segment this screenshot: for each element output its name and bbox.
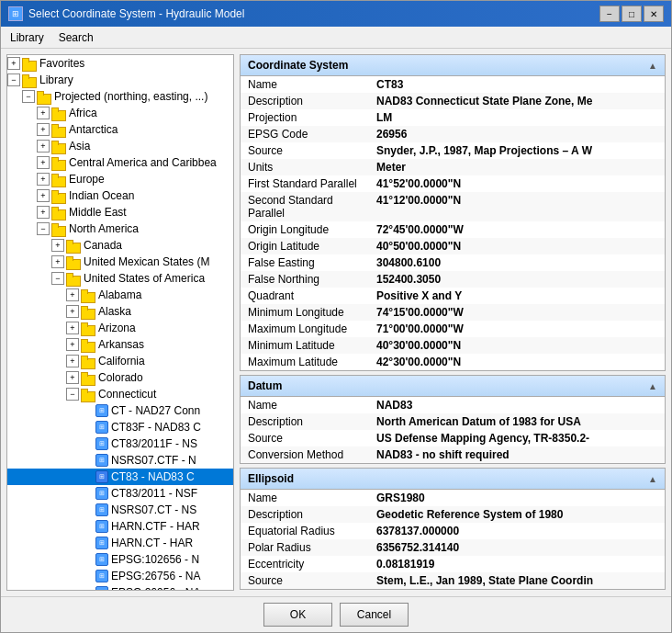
maximize-button[interactable]: □ (622, 6, 642, 22)
expand-btn-africa[interactable]: + (37, 107, 50, 119)
tree-item-nsrs07_ctf[interactable]: ⊞NSRS07.CTF - N (7, 452, 233, 469)
tree-item-centralamerica[interactable]: +Central America and Caribbea (7, 154, 233, 171)
tree-item-antarctica[interactable]: +Antarctica (7, 121, 233, 138)
expand-btn-alaska[interactable]: + (66, 305, 79, 318)
tree-item-nsrs07_ct[interactable]: ⊞NSRS07.CT - NS (7, 502, 233, 518)
tree-label: Middle East (69, 206, 127, 219)
expand-btn-northamerica[interactable]: − (37, 222, 50, 235)
expand-btn-california[interactable]: + (66, 355, 79, 367)
expand-btn-connecticut[interactable]: − (66, 388, 79, 401)
expand-btn-projected[interactable]: − (22, 90, 35, 103)
field-value: 42°30'00.0000"N (369, 354, 665, 370)
window-controls: − □ ✕ (599, 6, 664, 22)
coordinate-system-header: Coordinate System ▲ (241, 55, 665, 76)
tree-item-northamerica[interactable]: −North America (7, 220, 233, 237)
ok-button[interactable]: OK (263, 603, 332, 627)
tree-item-arizona[interactable]: +Arizona (7, 320, 233, 336)
tree-item-epsg26756[interactable]: ⊞EPSG:26756 - NA (7, 568, 233, 584)
field-value: 6378137.000000 (369, 523, 665, 539)
tree-item-favorites[interactable]: +Favorites (7, 55, 233, 72)
table-row: UnitsMeter (241, 159, 665, 175)
expand-btn-asia[interactable]: + (37, 140, 50, 153)
folder-icon (81, 356, 95, 367)
tree-item-projected[interactable]: −Projected (northing, easting, ...) (7, 88, 233, 105)
tree-item-middleeast[interactable]: +Middle East (7, 204, 233, 220)
tree-label: EPSG:26956 - NA (111, 586, 200, 591)
expand-btn-indianocean[interactable]: + (37, 189, 50, 202)
field-value: 6356752.314140 (369, 539, 665, 556)
datum-collapse[interactable]: ▲ (648, 381, 657, 391)
tree-item-indianocean[interactable]: +Indian Ocean (7, 187, 233, 204)
tree-panel[interactable]: +Favorites−Library−Projected (northing, … (6, 54, 234, 591)
window-icon: ⊞ (8, 6, 23, 21)
tree-item-alabama[interactable]: +Alabama (7, 287, 233, 303)
tree-item-colorado[interactable]: +Colorado (7, 369, 233, 386)
tree-item-alaska[interactable]: +Alaska (7, 303, 233, 320)
expand-btn-arkansas[interactable]: + (66, 338, 79, 351)
tree-item-ct83_2011f[interactable]: ⊞CT83/2011F - NS (7, 435, 233, 452)
tree-item-california[interactable]: +California (7, 353, 233, 369)
tree-item-mexicanstates[interactable]: +United Mexican States (M (7, 254, 233, 270)
ellipsoid-collapse[interactable]: ▲ (648, 474, 657, 484)
tree-item-usa[interactable]: −United States of America (7, 270, 233, 287)
tree-item-ct_nad27[interactable]: ⊞CT - NAD27 Conn (7, 402, 233, 419)
doc-icon: ⊞ (95, 487, 108, 500)
field-label: Minimum Latitude (241, 337, 369, 354)
tree-item-arkansas[interactable]: +Arkansas (7, 336, 233, 353)
table-row: NameGRS1980 (241, 490, 665, 506)
cancel-button[interactable]: Cancel (340, 603, 409, 627)
coordinate-system-collapse[interactable]: ▲ (648, 61, 657, 71)
expand-btn-mexicanstates[interactable]: + (51, 255, 64, 268)
minimize-button[interactable]: − (599, 6, 620, 22)
expand-btn-arizona[interactable]: + (66, 322, 79, 334)
field-value: 40°50'00.0000"N (369, 238, 665, 254)
expand-btn-usa[interactable]: − (51, 272, 64, 285)
expand-btn-favorites[interactable]: + (7, 57, 20, 70)
folder-icon (81, 372, 95, 384)
tree-item-ct83f_nad83[interactable]: ⊞CT83F - NAD83 C (7, 419, 233, 435)
main-window: ⊞ Select Coordinate System - Hydraulic M… (0, 0, 672, 633)
field-label: Name (241, 397, 369, 413)
expand-btn-canada[interactable]: + (51, 239, 64, 252)
field-value: 41°52'00.0000"N (369, 175, 665, 192)
tree-item-connecticut[interactable]: −Connecticut (7, 386, 233, 402)
tree-label: Colorado (98, 371, 143, 384)
tree-item-ct83_2011[interactable]: ⊞CT83/2011 - NSF (7, 485, 233, 502)
coordinate-system-section: Coordinate System ▲ NameCT83DescriptionN… (240, 54, 666, 371)
expand-btn-antarctica[interactable]: + (37, 123, 50, 136)
tree-item-epsg26956[interactable]: ⊞EPSG:26956 - NA (7, 584, 233, 591)
close-button[interactable]: ✕ (644, 6, 664, 22)
ellipsoid-section: Ellipsoid ▲ NameGRS1980DescriptionGeodet… (240, 468, 666, 590)
expand-btn-centralamerica[interactable]: + (37, 156, 50, 169)
expand-btn-middleeast[interactable]: + (37, 206, 50, 219)
window-title: Select Coordinate System - Hydraulic Mod… (28, 7, 244, 20)
bottom-bar: OK Cancel (1, 596, 671, 632)
expand-btn-library[interactable]: − (7, 73, 20, 86)
tree-item-ct83_nad83[interactable]: ⊞CT83 - NAD83 C (7, 469, 233, 485)
tree-item-africa[interactable]: +Africa (7, 105, 233, 121)
tree-label: Alaska (98, 305, 131, 318)
tree-item-canada[interactable]: +Canada (7, 237, 233, 254)
table-row: NameNAD83 (241, 397, 665, 413)
table-row: Maximum Longitude71°00'00.0000"W (241, 321, 665, 337)
tree-item-epsg102656[interactable]: ⊞EPSG:102656 - N (7, 551, 233, 568)
expand-btn-europe[interactable]: + (37, 173, 50, 186)
table-row: SourceSnyder, J.P., 1987, Map Projection… (241, 142, 665, 159)
tree-item-asia[interactable]: +Asia (7, 138, 233, 154)
tree-label: CT83/2011F - NS (111, 437, 197, 450)
menu-search[interactable]: Search (53, 29, 99, 46)
expand-btn-colorado[interactable]: + (66, 371, 79, 384)
tree-label: Connecticut (98, 388, 156, 401)
tree-item-harn_ctf[interactable]: ⊞HARN.CTF - HAR (7, 518, 233, 535)
menu-library[interactable]: Library (5, 29, 50, 46)
tree-item-europe[interactable]: +Europe (7, 171, 233, 187)
datum-header: Datum ▲ (241, 376, 665, 397)
expand-btn-alabama[interactable]: + (66, 288, 79, 301)
tree-item-library[interactable]: −Library (7, 72, 233, 88)
field-label: Polar Radius (241, 539, 369, 556)
tree-label: Asia (69, 140, 90, 153)
tree-item-harn_ct[interactable]: ⊞HARN.CT - HAR (7, 535, 233, 551)
ellipsoid-header: Ellipsoid ▲ (241, 469, 665, 490)
field-value: 304800.6100 (369, 254, 665, 271)
folder-icon (22, 74, 37, 86)
